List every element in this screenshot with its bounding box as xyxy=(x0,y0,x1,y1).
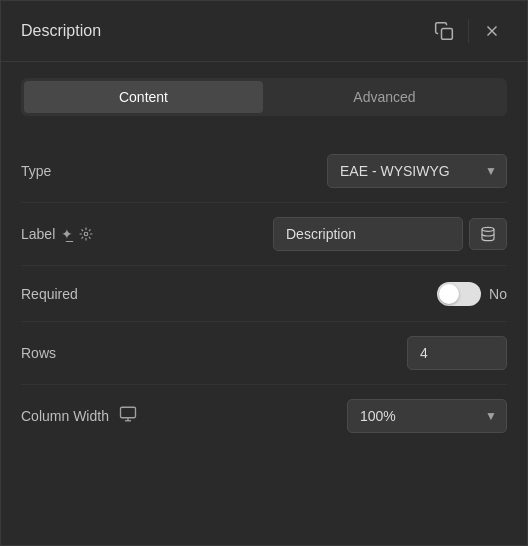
required-label: Required xyxy=(21,286,151,302)
ai-icon xyxy=(79,227,93,241)
svg-rect-0 xyxy=(442,29,453,40)
svg-point-3 xyxy=(85,232,89,236)
type-select[interactable]: EAE - WYSIWYG Plain Text Rich Text xyxy=(327,154,507,188)
label-label-text: Label xyxy=(21,226,55,242)
tabs-container: Content Advanced xyxy=(21,78,507,116)
copy-icon xyxy=(434,21,454,41)
label-input-group xyxy=(273,217,507,251)
database-icon xyxy=(480,226,496,242)
label-label: Label ✦̲ xyxy=(21,226,151,242)
panel-header: Description xyxy=(1,1,527,62)
column-width-control: 100% 75% 50% 25% ▼ xyxy=(151,399,507,433)
rows-control xyxy=(151,336,507,370)
header-divider xyxy=(468,19,469,43)
database-button[interactable] xyxy=(469,218,507,250)
monitor-icon xyxy=(119,405,137,427)
sparkle-icon: ✦̲ xyxy=(61,226,73,242)
column-width-label: Column Width xyxy=(21,405,151,427)
toggle-knob xyxy=(439,284,459,304)
required-toggle[interactable] xyxy=(437,282,481,306)
required-no-label: No xyxy=(489,286,507,302)
tab-content[interactable]: Content xyxy=(24,81,263,113)
label-input[interactable] xyxy=(273,217,463,251)
column-width-label-group: Column Width xyxy=(21,405,137,427)
monitor-svg-icon xyxy=(119,405,137,423)
panel-content: Type EAE - WYSIWYG Plain Text Rich Text … xyxy=(1,132,527,545)
label-row: Label ✦̲ xyxy=(21,203,507,266)
close-icon xyxy=(483,22,501,40)
column-width-label-text: Column Width xyxy=(21,408,109,424)
type-control: EAE - WYSIWYG Plain Text Rich Text ▼ xyxy=(151,154,507,188)
panel: Description Content Advanced T xyxy=(0,0,528,546)
toggle-group: No xyxy=(437,282,507,306)
required-control: No xyxy=(151,282,507,306)
type-row: Type EAE - WYSIWYG Plain Text Rich Text … xyxy=(21,140,507,203)
rows-row: Rows xyxy=(21,322,507,385)
svg-point-4 xyxy=(482,227,494,231)
column-width-row: Column Width 100% 75% 50% xyxy=(21,385,507,447)
copy-button[interactable] xyxy=(428,15,460,47)
header-actions xyxy=(428,15,507,47)
svg-rect-5 xyxy=(120,407,135,418)
column-width-select[interactable]: 100% 75% 50% 25% xyxy=(347,399,507,433)
rows-label: Rows xyxy=(21,345,151,361)
type-select-wrapper: EAE - WYSIWYG Plain Text Rich Text ▼ xyxy=(327,154,507,188)
label-control xyxy=(151,217,507,251)
column-width-select-wrapper: 100% 75% 50% 25% ▼ xyxy=(347,399,507,433)
rows-input[interactable] xyxy=(407,336,507,370)
close-button[interactable] xyxy=(477,16,507,46)
required-row: Required No xyxy=(21,266,507,322)
tab-advanced[interactable]: Advanced xyxy=(265,81,504,113)
type-label: Type xyxy=(21,163,151,179)
panel-title: Description xyxy=(21,22,101,40)
